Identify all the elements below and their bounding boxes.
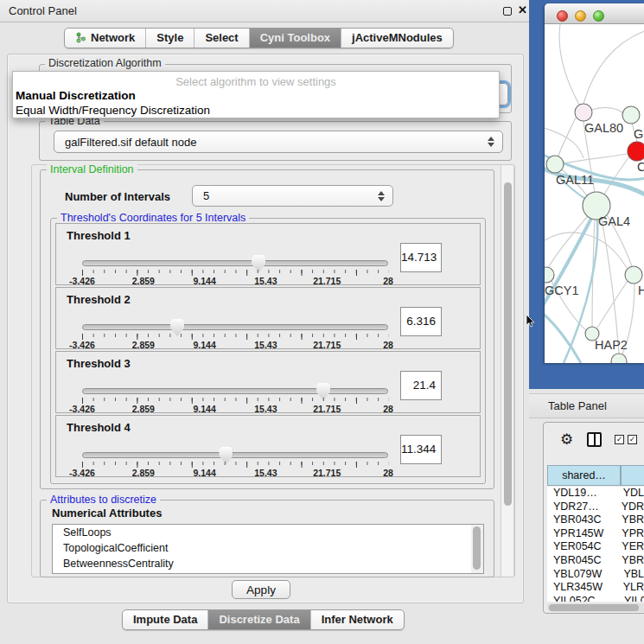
numerical-attributes-listbox[interactable]: SelfLoopsTopologicalCoefficientBetweenne…: [52, 524, 484, 574]
column-header-name[interactable]: n: [621, 465, 644, 486]
list-item[interactable]: TopologicalCoefficient: [53, 540, 483, 556]
node-gal11[interactable]: [546, 156, 564, 173]
scale-label: 21.715: [313, 404, 341, 414]
checkbox-icon[interactable]: ✓: [615, 435, 624, 444]
tab-impute-data[interactable]: Impute Data: [123, 610, 208, 629]
scale-label: 21.715: [313, 468, 341, 478]
table-header-row: shared… n: [547, 465, 644, 486]
table-rows[interactable]: YDL19…YDL1YDR27…YDR2YBR043CYBR0YPR145WYP…: [547, 487, 644, 602]
table-row[interactable]: YBR045CYBR0: [547, 554, 644, 568]
cell-name: YER0: [615, 540, 644, 554]
threshold-value-field[interactable]: 14.713: [400, 243, 442, 272]
tab-jactivemnodules[interactable]: jActiveMNodules: [341, 29, 453, 48]
slider-major-ticks: [82, 334, 389, 340]
gear-icon[interactable]: ⚙: [560, 430, 573, 449]
scale-label: 15.43: [254, 340, 277, 350]
threshold-slider[interactable]: [82, 388, 388, 394]
threshold-value-field[interactable]: 21.4: [400, 371, 442, 400]
top-tabbar: Network Style Select Cyni Toolbox jActiv…: [64, 28, 454, 48]
scale-label: 28: [383, 340, 393, 350]
threshold-slider[interactable]: [82, 452, 388, 458]
scale-label: 15.43: [254, 404, 277, 414]
slider-scale-labels: -3.4262.8599.14415.4321.71528: [82, 468, 388, 478]
threshold-slider[interactable]: [82, 260, 388, 266]
tab-infer-network[interactable]: Infer Network: [311, 610, 404, 629]
zoom-traffic-light-icon[interactable]: [593, 10, 604, 22]
node-label: G.: [634, 127, 644, 141]
slider-scale-labels: -3.4262.8599.14415.4321.71528: [82, 340, 388, 350]
tab-select[interactable]: Select: [194, 29, 249, 48]
bottom-tabbar: Impute Data Discretize Data Infer Networ…: [122, 609, 405, 630]
settings-vertical-scrollbar[interactable]: [501, 165, 514, 577]
scrollbar-thumb[interactable]: [473, 526, 481, 570]
apply-button[interactable]: Apply: [232, 580, 290, 599]
checkbox-icon[interactable]: ✓: [628, 435, 637, 444]
table-row[interactable]: YPR145WYPR1: [547, 527, 644, 541]
threshold-label: Threshold 4: [67, 421, 131, 434]
tab-network[interactable]: Network: [65, 29, 146, 48]
network-view-window[interactable]: GAL80 G. GAL11 C GAL4 GCY1 H HAP2: [545, 3, 644, 363]
node-g[interactable]: [622, 106, 640, 124]
tab-style[interactable]: Style: [146, 29, 194, 48]
table-row[interactable]: YBR043CYBR0: [547, 513, 644, 527]
interval-definition-label: Interval Definition: [47, 163, 137, 175]
table-row[interactable]: YDR27…YDR2: [547, 501, 644, 514]
cell-shared-name: YBR043C: [547, 513, 615, 527]
table-panel-title: Table Panel: [548, 399, 607, 412]
list-item[interactable]: SelfLoops: [53, 525, 483, 540]
cell-shared-name: YLR345W: [547, 581, 617, 595]
scale-label: -3.426: [69, 468, 95, 478]
scale-label: -3.426: [69, 404, 95, 414]
table-row[interactable]: YIL052CYIL0: [547, 595, 644, 602]
scale-label: -3.426: [69, 276, 95, 286]
threshold-slider[interactable]: [82, 324, 388, 330]
scale-label: 9.144: [193, 404, 215, 414]
node-h[interactable]: [625, 266, 642, 284]
float-window-icon[interactable]: [503, 7, 512, 16]
scale-label: 9.144: [193, 276, 215, 286]
dropdown-option-manual[interactable]: Manual Discretization: [16, 89, 136, 102]
list-item[interactable]: BetweennessCentrality: [53, 556, 483, 571]
table-row[interactable]: YBL079WYBL0: [547, 568, 644, 582]
cell-shared-name: YDL19…: [547, 487, 617, 501]
tab-discretize-data[interactable]: Discretize Data: [208, 610, 310, 629]
network-window-titlebar: [545, 3, 644, 24]
combo-stepper-icon: [488, 137, 494, 147]
attributes-scrollbar[interactable]: [471, 525, 483, 573]
attributes-group-label: Attributes to discretize: [47, 494, 160, 506]
cell-name: YPR1: [615, 527, 644, 541]
table-row[interactable]: YER054CYER0: [547, 540, 644, 554]
scrollbar-thumb[interactable]: [549, 604, 639, 611]
slider-major-ticks: [82, 398, 389, 404]
cell-name: YIL0: [618, 595, 644, 602]
threshold-value-field[interactable]: 11.344: [400, 435, 442, 464]
node-selected-red[interactable]: [628, 142, 644, 161]
node-label: H: [638, 284, 644, 297]
table-row[interactable]: YDL19…YDL1: [547, 487, 644, 501]
dropdown-option-equal-width[interactable]: Equal Width/Frequency Discretization: [16, 104, 210, 117]
scrollbar-thumb[interactable]: [504, 182, 512, 506]
column-header-shared[interactable]: shared…: [547, 465, 621, 486]
minimize-traffic-light-icon[interactable]: [575, 10, 586, 22]
threshold-value-field[interactable]: 6.316: [400, 307, 442, 336]
scale-label: 2.859: [132, 404, 155, 414]
number-of-intervals-label: Number of Intervals: [65, 190, 170, 203]
node-gcy1[interactable]: [545, 267, 554, 283]
table-row[interactable]: YLR345WYLR3: [547, 581, 644, 595]
split-columns-icon[interactable]: [587, 432, 602, 447]
node-gal80[interactable]: [575, 104, 592, 121]
tab-cyni-toolbox[interactable]: Cyni Toolbox: [250, 29, 341, 48]
network-canvas[interactable]: GAL80 G. GAL11 C GAL4 GCY1 H HAP2: [545, 24, 644, 363]
table-horizontal-scrollbar[interactable]: [547, 603, 644, 612]
cell-shared-name: YBL079W: [547, 568, 617, 582]
close-icon[interactable]: ✕: [518, 3, 527, 16]
number-of-intervals-combobox[interactable]: 5: [192, 185, 393, 207]
cell-name: YDR2: [615, 501, 644, 514]
node-partial[interactable]: [611, 354, 627, 363]
scale-label: 2.859: [132, 276, 155, 286]
close-traffic-light-icon[interactable]: [557, 10, 568, 22]
table-data-combobox[interactable]: galFiltered.sif default node: [54, 131, 503, 153]
node-label: GAL11: [556, 173, 594, 187]
node-label: HAP2: [595, 338, 628, 352]
scale-label: 28: [383, 404, 393, 414]
